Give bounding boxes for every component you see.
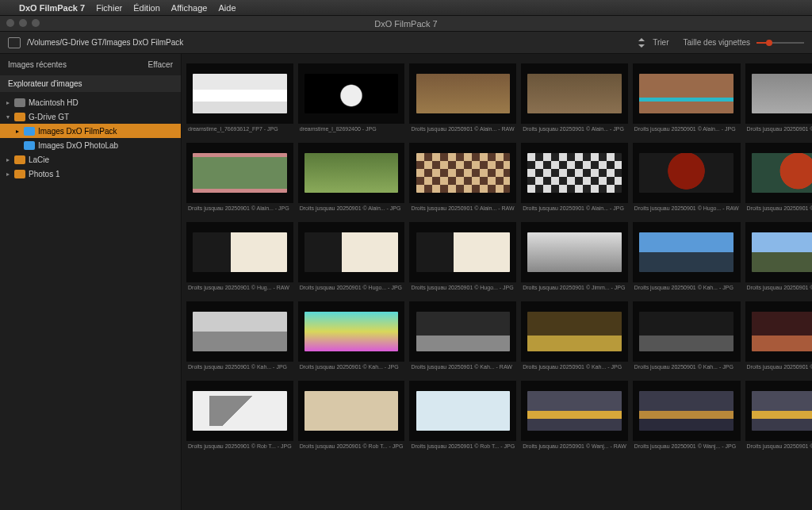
- thumbnail-caption: Droits jusquau 20250901 © Alain... - JPG: [186, 203, 293, 217]
- thumbnail-image[interactable]: [186, 381, 293, 441]
- thumbnail-image[interactable]: [521, 222, 628, 282]
- thumbnail-cell[interactable]: dreamstime_l_76693612_FP7 - JPG: [186, 63, 293, 138]
- tree-item[interactable]: Images DxO PhotoLab: [0, 138, 181, 152]
- thumbnail-caption: Droits jusquau 20250901 © Wanj... - JPG: [633, 441, 741, 455]
- thumbnail-cell[interactable]: Droits jusquau 20250901 © Rob T... - JPG: [298, 381, 405, 455]
- thumbnail-image[interactable]: [745, 143, 812, 203]
- sort-button[interactable]: Trier: [638, 38, 668, 47]
- thumbnail-cell[interactable]: Droits jusquau 20250901 © Rob T... - JPG: [186, 381, 293, 455]
- thumbnail-cell[interactable]: Droits jusquau 20250901 © Hugo... - JPG: [409, 222, 516, 297]
- menu-view[interactable]: Affichage: [171, 3, 208, 13]
- thumbnail-image[interactable]: [298, 381, 405, 441]
- thumbnail-cell[interactable]: Droits jusquau 20250901 © Alain... - JPG: [633, 63, 741, 138]
- chevron-right-icon[interactable]: ▸: [5, 171, 11, 178]
- thumbnail-cell[interactable]: Droits jusquau 20250901 © Alain... - JPG: [186, 143, 293, 217]
- zoom-icon[interactable]: [32, 19, 40, 27]
- thumbnail-cell[interactable]: Droits jusquau 20250901 © Hug... - RAW: [186, 222, 293, 297]
- thumbnail-cell[interactable]: Droits jusquau 20250901 © Kah... - JPG: [633, 301, 741, 376]
- thumbnail-cell[interactable]: Droits jusquau 20250901 © Rob T... - JPG: [409, 381, 516, 455]
- thumbnail-size-slider[interactable]: [756, 42, 804, 44]
- thumbnail-cell[interactable]: Droits jusquau 20250901 © Hugo... - RAW: [633, 143, 741, 217]
- tree-item[interactable]: ▸Photos 1: [0, 167, 181, 181]
- thumbnail-cell[interactable]: Droits jusquau 20250901 © Alain... - JPG: [298, 143, 405, 217]
- thumbnail-image[interactable]: [633, 222, 741, 282]
- tree-item-label: Images DxO FilmPack: [38, 127, 117, 136]
- thumbnail-image[interactable]: [186, 222, 293, 282]
- thumbnail-caption: Droits jusquau 20250901 © Alain... - JPG: [745, 124, 812, 138]
- chevron-right-icon[interactable]: ▸: [5, 156, 11, 163]
- thumbnail-caption: Droits jusquau 20250901 © Rob T... - JPG: [409, 441, 516, 455]
- thumbnail-cell[interactable]: Droits jusquau 20250901 © Alain... - JPG: [521, 143, 628, 217]
- menu-help[interactable]: Aide: [218, 3, 236, 13]
- thumbnail-cell[interactable]: Droits jusquau 20250901 © Kah... - JPG: [186, 301, 293, 376]
- thumbnail-image[interactable]: [186, 63, 293, 124]
- thumbnail-image[interactable]: [745, 381, 812, 441]
- thumbnail-image[interactable]: [745, 63, 812, 124]
- thumbnail-cell[interactable]: Droits jusquau 20250901 © Wanj... - RAW: [521, 381, 628, 455]
- tree-item[interactable]: ▸LaCie: [0, 152, 181, 167]
- thumbnail-caption: Droits jusquau 20250901 © Alain... - RAW: [409, 124, 516, 138]
- thumbnail-image[interactable]: [521, 301, 628, 362]
- menu-file[interactable]: Fichier: [96, 3, 122, 13]
- menubar-app[interactable]: DxO FilmPack 7: [19, 3, 85, 13]
- thumbnail-image[interactable]: [409, 301, 516, 362]
- thumbnail-caption: Droits jusquau 20250901 © Alain... - RAW: [409, 203, 516, 217]
- thumbnail-image[interactable]: [298, 222, 405, 282]
- tree-item-label: G-Drive GT: [29, 113, 69, 121]
- thumbnail-cell[interactable]: Droits jusquau 20250901 © Kah... - JPG: [521, 301, 628, 376]
- folder-icon[interactable]: [8, 37, 21, 48]
- thumbnail-image[interactable]: [298, 301, 405, 362]
- thumbnail-image[interactable]: [186, 143, 293, 203]
- thumbnail-image[interactable]: [298, 63, 405, 124]
- thumbnail-cell[interactable]: Droits jusquau 20250901 © Alain... - RAW: [409, 63, 516, 138]
- clear-recent-button[interactable]: Effacer: [148, 60, 174, 69]
- thumbnail-caption: Droits jusquau 20250901 © Wanj... - RAW: [521, 441, 628, 455]
- close-icon[interactable]: [6, 19, 14, 27]
- thumbnail-image[interactable]: [186, 301, 293, 362]
- thumbnail-caption: Droits jusquau 20250901 © Alain... - JPG: [298, 203, 405, 217]
- chevron-right-icon[interactable]: ▸: [5, 99, 11, 106]
- chevron-down-icon[interactable]: ▾: [5, 113, 11, 121]
- thumbnail-image[interactable]: [298, 143, 405, 203]
- thumbnail-cell[interactable]: Droits jusquau 20250901 © Wanj... - JPG: [633, 381, 741, 455]
- thumbnail-image[interactable]: [633, 381, 741, 441]
- thumbnail-cell[interactable]: Droits jusquau 20250901 © Kah... - JPG: [745, 222, 812, 297]
- thumbnail-image[interactable]: [521, 381, 628, 441]
- thumbnail-caption: Droits jusquau 20250901 © Jimm... - JPG: [521, 282, 628, 297]
- thumbnail-cell[interactable]: Droits jusquau 20250901 © Hugo... - JPG: [745, 143, 812, 217]
- thumbnail-caption: Droits jusquau 20250901 © Hugo... - RAW: [633, 203, 741, 217]
- thumbnail-cell[interactable]: Droits jusquau 20250901 © Kah... - JPG: [745, 301, 812, 376]
- thumbnail-cell[interactable]: Droits jusquau 20250901 © Jimm... - JPG: [521, 222, 628, 297]
- thumbnail-cell[interactable]: Droits jusquau 20250901 © Alain... - JPG: [745, 63, 812, 138]
- menu-edit[interactable]: Édition: [133, 3, 160, 13]
- thumbnail-caption: Droits jusquau 20250901 © Rob T... - JPG: [186, 441, 293, 455]
- tree-item[interactable]: ▸Macintosh HD: [0, 95, 181, 109]
- slider-thumb-icon[interactable]: [766, 40, 772, 46]
- thumbnail-cell[interactable]: dreamstime_l_82692400 - JPG: [298, 63, 405, 138]
- thumbnail-image[interactable]: [409, 222, 516, 282]
- thumbnail-image[interactable]: [633, 301, 741, 362]
- chevron-right-icon[interactable]: ▸: [14, 128, 21, 135]
- minimize-icon[interactable]: [19, 19, 27, 27]
- thumbnail-cell[interactable]: Droits jusquau 20250901 © Kah... - RAW: [409, 301, 516, 376]
- thumbnail-image[interactable]: [521, 143, 628, 203]
- tree-item[interactable]: ▾G-Drive GT: [0, 109, 181, 124]
- thumbnail-image[interactable]: [633, 143, 741, 203]
- thumbnail-cell[interactable]: Droits jusquau 20250901 © Kah... - JPG: [298, 301, 405, 376]
- thumbnail-cell[interactable]: Droits jusquau 20250901 © Wanj... - JPG: [745, 381, 812, 455]
- thumbnail-cell[interactable]: Droits jusquau 20250901 © Alain... - JPG: [521, 63, 628, 138]
- thumbnail-image[interactable]: [409, 143, 516, 203]
- thumbnail-cell[interactable]: Droits jusquau 20250901 © Hugo... - JPG: [298, 222, 405, 297]
- thumbnail-cell[interactable]: Droits jusquau 20250901 © Kah... - JPG: [633, 222, 741, 297]
- thumbnail-image[interactable]: [409, 381, 516, 441]
- thumbnail-image[interactable]: [409, 63, 516, 124]
- thumbnail-caption: dreamstime_l_76693612_FP7 - JPG: [186, 124, 293, 138]
- tree-item[interactable]: ▸Images DxO FilmPack: [0, 124, 181, 138]
- thumbnail-image[interactable]: [745, 301, 812, 362]
- thumbnail-cell[interactable]: Droits jusquau 20250901 © Alain... - RAW: [409, 143, 516, 217]
- thumbnail-image[interactable]: [521, 63, 628, 124]
- thumbnail-grid-viewport[interactable]: dreamstime_l_76693612_FP7 - JPGdreamstim…: [182, 54, 812, 510]
- thumbnail-image[interactable]: [745, 222, 812, 282]
- thumbnail-image[interactable]: [633, 63, 741, 124]
- sort-icon: [638, 39, 648, 47]
